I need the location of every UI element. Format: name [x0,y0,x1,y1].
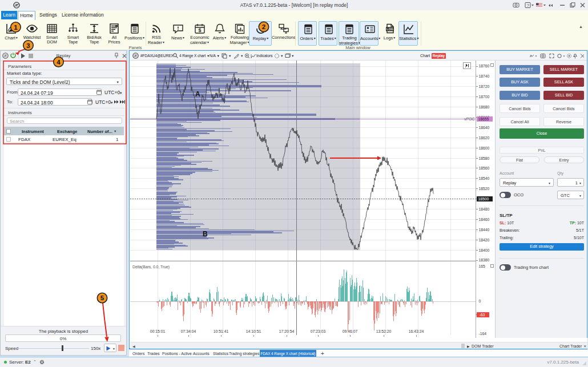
svg-text:165: 165 [479,264,486,268]
svg-text:18740: 18740 [479,74,490,78]
svg-text:vPOC: vPOC [464,117,474,121]
svg-text:18520: 18520 [479,187,490,191]
svg-text:18700: 18700 [479,95,490,99]
svg-text:00:15:01: 00:15:01 [150,329,166,333]
svg-text:?: ? [527,3,530,8]
svg-text:18420: 18420 [479,238,490,242]
svg-text:-164: -164 [479,332,487,336]
svg-text:18560: 18560 [479,166,490,170]
svg-text:09:46:07: 09:46:07 [343,329,358,333]
svg-text:LOG: LOG [386,27,393,31]
svg-text:18440: 18440 [479,228,490,232]
svg-text:18540: 18540 [479,176,490,180]
svg-text:18580: 18580 [479,156,490,160]
svg-text:13:52:20: 13:52:20 [376,329,392,333]
svg-text:18460: 18460 [479,217,490,221]
svg-text:$: $ [198,27,201,33]
svg-text:14:10:51: 14:10:51 [246,329,261,333]
svg-text:07:34:04: 07:34:04 [181,329,196,333]
svg-text:18600: 18600 [479,146,490,150]
svg-text:A: A [195,90,200,98]
svg-text:0: 0 [479,299,481,303]
svg-text:18500: 18500 [478,197,489,201]
svg-text:18620: 18620 [479,136,490,140]
svg-text:18380: 18380 [479,258,490,262]
svg-text:18760: 18760 [479,64,490,68]
svg-text:18400: 18400 [479,248,490,252]
svg-text:18640: 18640 [479,126,490,130]
svg-text:B: B [203,230,208,238]
svg-text:-63: -63 [480,313,485,317]
svg-text:18655: 18655 [478,117,489,121]
svg-text:17:20:54: 17:20:54 [279,329,295,333]
svg-text:18720: 18720 [479,84,490,88]
svg-text:07:23:03: 07:23:03 [311,329,326,333]
svg-text:Delta(Bars, 0.0, True): Delta(Bars, 0.0, True) [132,265,170,269]
svg-text:18480: 18480 [479,207,490,211]
svg-text:16:43:24: 16:43:24 [409,329,424,333]
svg-text:18680: 18680 [479,105,490,109]
svg-text:10:51:41: 10:51:41 [214,329,229,333]
